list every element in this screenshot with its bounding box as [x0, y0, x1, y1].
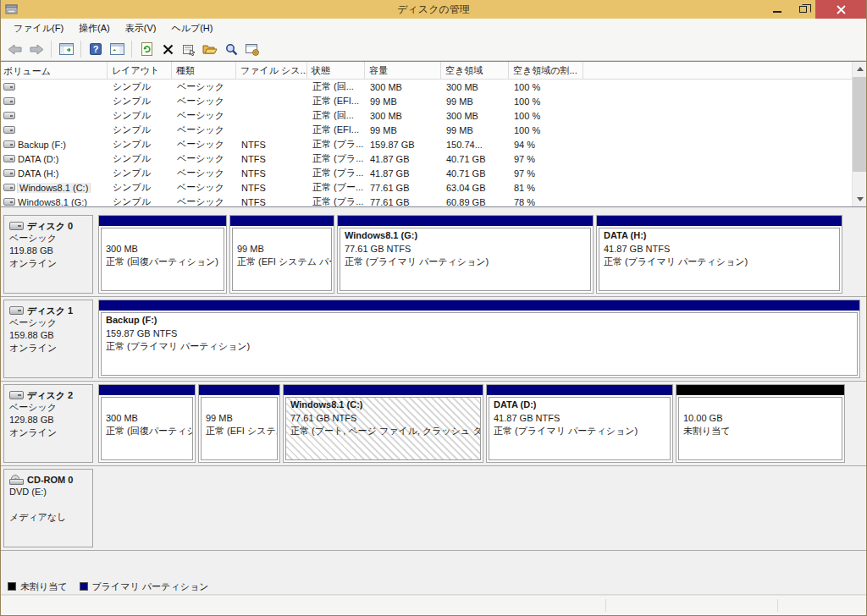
menu-action[interactable]: 操作(A) — [71, 19, 118, 37]
column-header-type[interactable]: 種類 — [172, 62, 236, 80]
partition-backup-f[interactable]: Backup (F:)159.87 GB NTFS正常 (プライマリ パーティシ… — [98, 300, 860, 378]
volume-icon — [3, 140, 15, 148]
table-row[interactable]: シンプル ベーシック 正常 (EFI... 99 MB 99 MB 100 % — [1, 94, 852, 108]
toolbar-separator — [80, 41, 81, 58]
partition-recovery[interactable]: 300 MB正常 (回復パーティション) — [98, 215, 227, 294]
volume-icon — [3, 97, 15, 105]
disk-2-row: ディスク 2 ベーシック 129.88 GB オンライン 300 MB正常 (回… — [1, 382, 866, 466]
open-folder-icon[interactable] — [201, 40, 219, 58]
column-header-volume[interactable]: ボリューム — [1, 62, 108, 80]
settings-icon[interactable] — [243, 40, 262, 58]
partition-header — [338, 216, 593, 226]
close-icon — [837, 5, 846, 14]
vertical-scrollbar[interactable] — [852, 62, 866, 206]
volume-icon — [3, 83, 15, 91]
forward-icon[interactable] — [27, 40, 46, 58]
column-header-fs[interactable]: ファイル シス... — [236, 62, 307, 80]
search-icon[interactable] — [222, 40, 240, 58]
table-row[interactable]: DATA (D:) シンプル ベーシック NTFS 正常 (プラ... 41.8… — [1, 151, 852, 166]
disk-icon — [9, 306, 24, 315]
table-row[interactable]: Windows8.1 (C:) シンプル ベーシック NTFS 正常 (ブー..… — [1, 180, 852, 195]
partition-header — [230, 216, 334, 226]
cdrom-0-row: CD-ROM 0 DVD (E:) メディアなし — [1, 466, 866, 551]
disk-2-label[interactable]: ディスク 2 ベーシック 129.88 GB オンライン — [3, 384, 93, 463]
partition-data-d[interactable]: DATA (D:)41.87 GB NTFS正常 (プライマリ パーティション) — [486, 384, 673, 463]
partition-data-h[interactable]: DATA (H:)41.87 GB NTFS正常 (プライマリ パーティション) — [596, 215, 842, 294]
partition-header — [284, 385, 483, 395]
close-button[interactable] — [815, 0, 866, 19]
primary-partition-swatch-icon — [80, 582, 88, 591]
menu-file[interactable]: ファイル(F) — [6, 19, 71, 37]
status-bar — [1, 595, 866, 615]
restore-button[interactable] — [790, 0, 815, 19]
volume-icon — [3, 112, 15, 119]
column-header-capacity[interactable]: 容量 — [365, 62, 441, 80]
console-tree-icon[interactable] — [57, 40, 75, 58]
help-icon[interactable]: ? — [86, 40, 105, 58]
partition-unallocated[interactable]: 10.00 GB未割り当て — [676, 384, 845, 463]
table-row[interactable]: Backup (F:) シンプル ベーシック NTFS 正常 (プラ... 15… — [1, 137, 852, 151]
scroll-down-icon[interactable] — [853, 192, 866, 206]
disk-0-row: ディスク 0 ベーシック 119.88 GB オンライン 300 MB正常 (回… — [1, 212, 866, 297]
scrollbar-thumb[interactable] — [853, 77, 866, 172]
partition-header — [597, 216, 842, 226]
partition-recovery[interactable]: 300 MB正常 (回復パーティション) — [98, 384, 196, 463]
column-header-percent[interactable]: 空き領域の割... — [509, 62, 583, 80]
scroll-up-icon[interactable] — [853, 62, 866, 76]
disk-1-label[interactable]: ディスク 1 ベーシック 159.88 GB オンライン — [3, 300, 93, 378]
disk-management-window: ディスクの管理 ファイル(F) 操作(A) 表示(V) ヘルプ(H) ? — [0, 0, 867, 616]
svg-text:?: ? — [93, 44, 99, 54]
partition-efi[interactable]: 99 MB正常 (EFI システム パーティション) — [198, 384, 280, 463]
partition-efi[interactable]: 99 MB正常 (EFI システム パーティション) — [229, 215, 334, 294]
disk-graphical-view: ディスク 0 ベーシック 119.88 GB オンライン 300 MB正常 (回… — [1, 212, 866, 579]
disk-icon — [9, 391, 24, 399]
partition-header — [676, 385, 844, 395]
toolbar-separator — [51, 41, 52, 58]
volume-list: ボリューム レイアウト 種類 ファイル シス... 状態 容量 空き領域 空き領… — [1, 61, 866, 207]
column-header-free[interactable]: 空き領域 — [441, 62, 509, 80]
column-header-layout[interactable]: レイアウト — [108, 62, 172, 80]
table-row[interactable]: Windows8.1 (G:) シンプル ベーシック NTFS 正常 (プラ..… — [1, 195, 852, 206]
volume-icon — [3, 184, 15, 191]
partition-header — [99, 300, 859, 311]
minimize-button[interactable] — [765, 0, 790, 19]
table-row[interactable]: シンプル ベーシック 正常 (回... 300 MB 300 MB 100 % — [1, 80, 852, 94]
window-title: ディスクの管理 — [1, 3, 866, 17]
table-row[interactable]: シンプル ベーシック 正常 (回... 300 MB 300 MB 100 % — [1, 108, 852, 123]
disk-1-row: ディスク 1 ベーシック 159.88 GB オンライン Backup (F:)… — [1, 297, 866, 382]
volume-icon — [3, 126, 15, 134]
disk-view-empty-area — [1, 551, 866, 579]
column-header-status[interactable]: 状態 — [307, 62, 365, 80]
properties-icon[interactable] — [179, 40, 198, 58]
legend-bar: 未割り当て プライマリ パーティション — [1, 579, 866, 595]
toolbar: ? — [1, 38, 866, 61]
legend-unallocated: 未割り当て — [8, 580, 68, 593]
statusbar-separator — [777, 599, 778, 612]
disk-0-label[interactable]: ディスク 0 ベーシック 119.88 GB オンライン — [3, 215, 93, 294]
refresh-icon[interactable] — [137, 40, 156, 58]
legend-primary-partition: プライマリ パーティション — [80, 580, 209, 593]
partition-header — [199, 385, 279, 395]
volume-icon — [3, 155, 15, 162]
action-pane-icon[interactable] — [108, 40, 126, 58]
volume-icon — [3, 169, 15, 177]
menu-view[interactable]: 表示(V) — [118, 19, 164, 37]
title-bar[interactable]: ディスクの管理 — [1, 0, 866, 19]
table-row[interactable]: DATA (H:) シンプル ベーシック NTFS 正常 (プラ... 41.8… — [1, 166, 852, 180]
cdrom-icon — [9, 475, 24, 485]
partition-windows81-g[interactable]: Windows8.1 (G:)77.61 GB NTFS正常 (プライマリ パー… — [337, 215, 594, 294]
partition-header — [99, 216, 226, 226]
column-header-filler — [583, 62, 852, 80]
menu-help[interactable]: ヘルプ(H) — [163, 19, 220, 37]
statusbar-separator — [605, 599, 606, 612]
volume-list-header: ボリューム レイアウト 種類 ファイル シス... 状態 容量 空き領域 空き領… — [1, 62, 852, 80]
cdrom-0-label[interactable]: CD-ROM 0 DVD (E:) メディアなし — [3, 469, 93, 547]
table-row[interactable]: シンプル ベーシック 正常 (EFI... 99 MB 99 MB 100 % — [1, 123, 852, 137]
delete-icon[interactable] — [158, 40, 177, 58]
partition-windows81-c[interactable]: Windows8.1 (C:)77.61 GB NTFS正常 (ブート, ページ… — [283, 384, 483, 463]
disk-icon — [9, 222, 24, 230]
partition-header — [487, 385, 672, 395]
back-icon[interactable] — [6, 40, 25, 58]
toolbar-separator — [131, 41, 132, 58]
unallocated-swatch-icon — [8, 582, 16, 591]
